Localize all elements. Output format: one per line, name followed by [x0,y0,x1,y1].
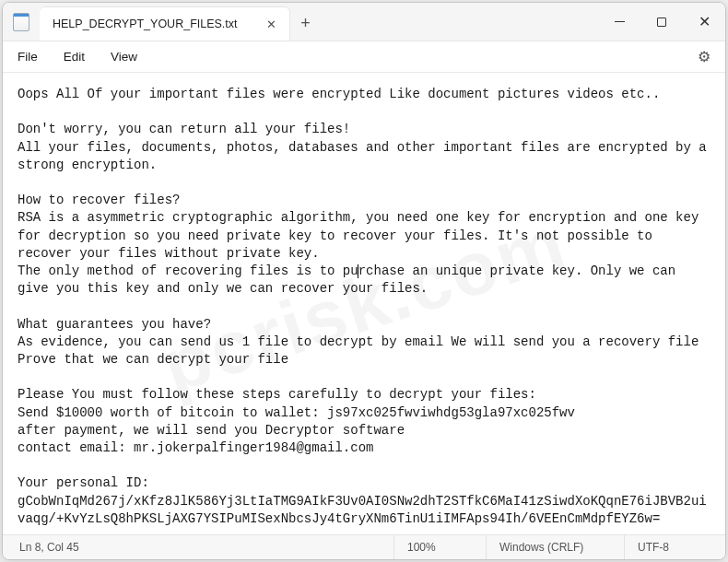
line: RSA is a asymmetric cryptographic algori… [18,210,707,260]
app-icon [3,3,40,41]
title-bar: HELP_DECRYPT_YOUR_FILES.txt ✕ + ✕ [3,3,725,41]
settings-icon[interactable]: ⚙ [690,48,718,65]
minimize-button[interactable] [598,3,640,41]
menu-bar: File Edit View ⚙ [3,41,725,73]
window-controls: ✕ [598,3,725,41]
status-position: Ln 8, Col 45 [3,535,393,559]
status-line-ending: Windows (CRLF) [486,535,624,559]
new-tab-button[interactable]: + [290,6,322,41]
line: As evidence, you can send us 1 file to d… [18,334,707,367]
line: contact email: mr.jokerpalfinger1984@gma… [18,440,373,455]
line: All your files, documents, photos, datab… [18,140,714,172]
tab-title: HELP_DECRYPT_YOUR_FILES.txt [53,18,238,30]
menu-view[interactable]: View [111,50,137,64]
status-zoom[interactable]: 100% [393,535,486,559]
line: after payment, we will send you Decrypto… [18,423,405,438]
line: The only method of recovering files is t… [18,263,358,278]
line: Oops All Of your important files were en… [18,87,660,101]
maximize-button[interactable] [640,3,683,41]
notepad-window: HELP_DECRYPT_YOUR_FILES.txt ✕ + ✕ File E… [2,2,726,560]
line: Please You must follow these steps caref… [18,387,536,402]
close-tab-icon[interactable]: ✕ [264,16,280,32]
menu-edit[interactable]: Edit [64,50,85,64]
text-editor-content[interactable]: Oops All Of your important files were en… [3,73,725,534]
line: How to recover files? [18,193,180,207]
line: What guarantees you have? [18,317,211,332]
line: Send $10000 worth of bitcoin to wallet: … [18,405,575,420]
status-bar: Ln 8, Col 45 100% Windows (CRLF) UTF-8 [3,534,725,559]
document-tab[interactable]: HELP_DECRYPT_YOUR_FILES.txt ✕ [40,6,290,41]
close-button[interactable]: ✕ [683,3,725,41]
line: Your personal ID: [18,475,149,490]
menu-file[interactable]: File [18,50,38,64]
line: gCobWnIqMd267j/xKfz8JlK586Yj3LtIaTMG9AIk… [18,494,707,526]
status-encoding: UTF-8 [624,535,725,559]
line: Don't worry, you can return all your fil… [18,122,350,136]
notepad-icon [13,13,29,31]
